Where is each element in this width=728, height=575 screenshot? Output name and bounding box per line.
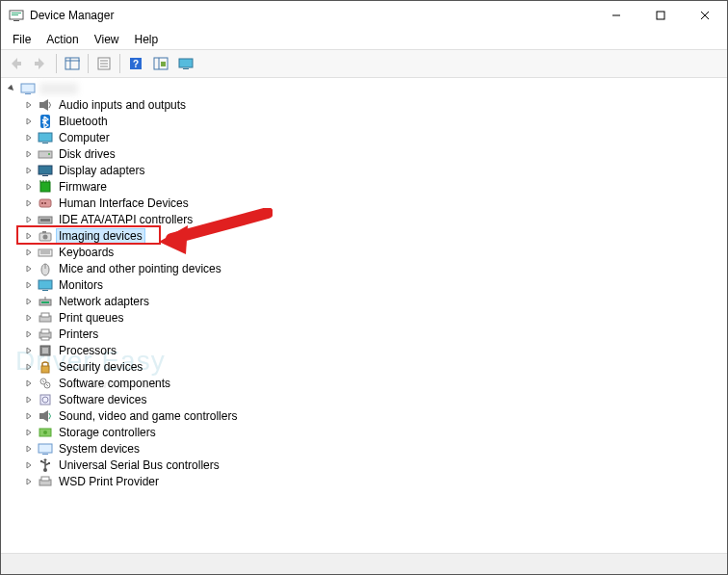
svg-text:?: ?: [133, 59, 139, 69]
expander-closed-icon[interactable]: [22, 458, 36, 472]
tree-item-usb[interactable]: Universal Serial Bus controllers: [22, 457, 727, 473]
tree-item-keyboard[interactable]: Keyboards: [22, 244, 727, 260]
expander-closed-icon[interactable]: [22, 213, 36, 226]
minimize-button[interactable]: [594, 1, 638, 30]
storage-icon: [38, 425, 53, 440]
tree-item-wsd[interactable]: WSD Print Provider: [22, 473, 727, 489]
tree-item-imaging[interactable]: Imaging devices: [22, 227, 727, 244]
svg-point-43: [43, 234, 48, 239]
back-button[interactable]: [4, 52, 27, 75]
root-node[interactable]: [5, 80, 727, 96]
menu-file[interactable]: File: [5, 31, 39, 48]
tree-item-monitor[interactable]: Monitors: [22, 276, 727, 293]
svg-rect-62: [41, 366, 49, 373]
expander-closed-icon[interactable]: [22, 115, 36, 128]
device-manager-window: Device Manager File Action View Help: [0, 0, 728, 575]
close-button[interactable]: [683, 1, 727, 30]
expander-closed-icon[interactable]: [22, 442, 36, 456]
tree-item-label: Audio inputs and outputs: [57, 98, 188, 112]
tree-item-disk[interactable]: Disk drives: [22, 145, 727, 162]
tree-item-processor[interactable]: Processors: [22, 342, 727, 358]
tree-item-ide[interactable]: IDE ATA/ATAPI controllers: [22, 211, 727, 227]
keyboard-icon: [38, 245, 53, 260]
expander-closed-icon[interactable]: [22, 475, 36, 488]
svg-rect-61: [42, 348, 48, 353]
tree-item-storage[interactable]: Storage controllers: [22, 424, 727, 440]
expander-closed-icon[interactable]: [22, 196, 36, 210]
expander-closed-icon[interactable]: [22, 360, 36, 374]
svg-rect-21: [183, 68, 189, 69]
show-hide-tree-button[interactable]: [61, 52, 84, 75]
processor-icon: [38, 343, 53, 358]
expander-closed-icon[interactable]: [22, 98, 36, 112]
scan-hardware-button[interactable]: [149, 52, 172, 75]
root-label: [39, 83, 78, 94]
tree-item-security[interactable]: Security devices: [22, 358, 727, 375]
tree-item-label: Universal Serial Bus controllers: [57, 458, 221, 472]
forward-button[interactable]: [29, 52, 52, 75]
svg-rect-44: [42, 231, 46, 233]
menu-action[interactable]: Action: [39, 31, 86, 48]
expander-closed-icon[interactable]: [22, 311, 36, 325]
svg-rect-26: [39, 133, 52, 142]
expander-closed-icon[interactable]: [22, 164, 36, 177]
expander-closed-icon[interactable]: [22, 344, 36, 357]
tree-item-firmware[interactable]: Firmware: [22, 178, 727, 195]
statusbar: [1, 553, 727, 574]
mouse-icon: [38, 261, 53, 276]
device-tree[interactable]: Driver Easy drivereasy.com Audio inputs …: [1, 78, 727, 553]
expander-closed-icon[interactable]: [22, 262, 36, 275]
menu-help[interactable]: Help: [127, 31, 167, 48]
tree-item-softcomp[interactable]: Software components: [22, 375, 727, 391]
tree-item-computer[interactable]: Computer: [22, 129, 727, 145]
tree-item-label: Mice and other pointing devices: [57, 262, 223, 275]
security-icon: [38, 359, 53, 375]
tree-item-mouse[interactable]: Mice and other pointing devices: [22, 260, 727, 276]
expander-closed-icon[interactable]: [22, 327, 36, 341]
computer-icon: [38, 130, 53, 145]
imaging-icon: [38, 228, 53, 244]
expander-closed-icon[interactable]: [22, 131, 36, 144]
tree-item-label: Imaging devices: [57, 229, 144, 243]
maximize-button[interactable]: [638, 1, 683, 30]
tree-item-sound[interactable]: Sound, video and game controllers: [22, 407, 727, 424]
svg-rect-50: [39, 280, 52, 289]
softdev-icon: [38, 392, 53, 407]
menu-view[interactable]: View: [87, 31, 127, 48]
tree-item-printqueue[interactable]: Print queues: [22, 309, 727, 326]
tree-item-hid[interactable]: Human Interface Devices: [22, 195, 727, 211]
tree-item-bluetooth[interactable]: Bluetooth: [22, 113, 727, 129]
properties-button[interactable]: [92, 52, 116, 75]
expander-closed-icon[interactable]: [22, 229, 36, 243]
svg-rect-70: [39, 444, 52, 453]
tree-item-softdev[interactable]: Software devices: [22, 391, 727, 407]
expander-closed-icon[interactable]: [22, 409, 36, 423]
expander-closed-icon[interactable]: [22, 426, 36, 439]
expander-closed-icon[interactable]: [22, 246, 36, 259]
ide-icon: [38, 212, 53, 227]
expander-closed-icon[interactable]: [22, 393, 36, 406]
svg-rect-23: [25, 93, 31, 94]
svg-rect-5: [657, 12, 664, 19]
devices-monitor-button[interactable]: [174, 52, 197, 75]
expander-open-icon[interactable]: [5, 82, 18, 95]
tree-item-network[interactable]: Network adapters: [22, 293, 727, 309]
expander-closed-icon[interactable]: [22, 377, 36, 390]
speaker-icon: [38, 97, 53, 113]
tree-item-printer[interactable]: Printers: [22, 326, 727, 342]
tree-item-label: Software devices: [57, 393, 148, 406]
hid-icon: [38, 196, 53, 211]
expander-closed-icon[interactable]: [22, 278, 36, 292]
tree-item-label: Security devices: [57, 360, 144, 374]
expander-closed-icon[interactable]: [22, 180, 36, 194]
svg-rect-32: [40, 182, 50, 192]
expander-closed-icon[interactable]: [22, 295, 36, 308]
tree-item-speaker[interactable]: Audio inputs and outputs: [22, 96, 727, 113]
expander-closed-icon[interactable]: [22, 147, 36, 161]
window-controls: [594, 1, 727, 30]
help-button[interactable]: ?: [124, 52, 147, 75]
tree-item-system[interactable]: System devices: [22, 440, 727, 457]
svg-point-69: [43, 431, 47, 434]
tree-item-display[interactable]: Display adapters: [22, 162, 727, 178]
tree-item-label: Bluetooth: [57, 115, 110, 128]
